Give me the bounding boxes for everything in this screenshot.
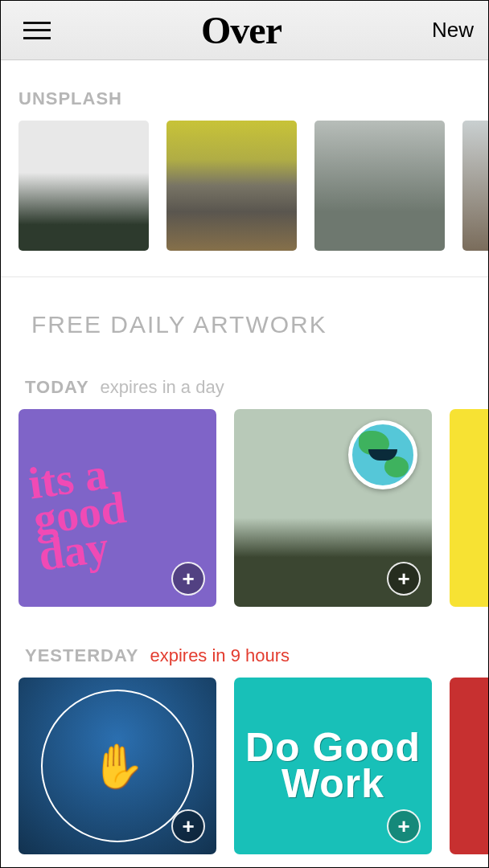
yesterday-label: YESTERDAY [25, 645, 138, 666]
artwork-card-water[interactable]: ✋ + [18, 678, 216, 854]
artwork-text: its a good day [18, 440, 216, 575]
yesterday-subhead: YESTERDAY expires in 9 hours [1, 607, 488, 678]
unsplash-item[interactable] [314, 121, 445, 251]
add-button[interactable]: + [387, 809, 421, 843]
earth-icon [348, 420, 417, 489]
brand-logo: Over [201, 8, 281, 52]
artwork-card-yellow[interactable]: R [450, 409, 488, 607]
unsplash-scroll[interactable] [1, 121, 488, 251]
unsplash-item[interactable] [462, 121, 488, 251]
artwork-card-earth[interactable]: + [234, 409, 432, 607]
unsplash-item[interactable] [166, 121, 297, 251]
add-button[interactable]: + [171, 809, 205, 843]
artwork-card-good-day[interactable]: its a good day + [18, 409, 216, 607]
menu-icon[interactable] [23, 22, 51, 39]
today-expiry: expires in a day [101, 377, 224, 398]
unsplash-label: UNSPLASH [1, 60, 488, 121]
yesterday-expiry: expires in 9 hours [150, 645, 290, 666]
today-scroll[interactable]: its a good day + + R [1, 409, 488, 607]
today-label: TODAY [25, 377, 89, 398]
new-button[interactable]: New [432, 18, 474, 43]
artwork-card-red[interactable]: C [450, 678, 488, 854]
today-subhead: TODAY expires in a day [1, 338, 488, 409]
free-artwork-heading: FREE DAILY ARTWORK [1, 277, 488, 338]
artwork-text: Do Good Work [234, 730, 432, 802]
artwork-card-good-work[interactable]: Do Good Work + [234, 678, 432, 854]
add-button[interactable]: + [171, 562, 205, 596]
unsplash-item[interactable] [18, 121, 149, 251]
add-button[interactable]: + [387, 562, 421, 596]
app-header: Over New [1, 1, 488, 60]
yesterday-scroll[interactable]: ✋ + Do Good Work + C [1, 678, 488, 854]
hand-icon: ✋ [91, 741, 145, 792]
